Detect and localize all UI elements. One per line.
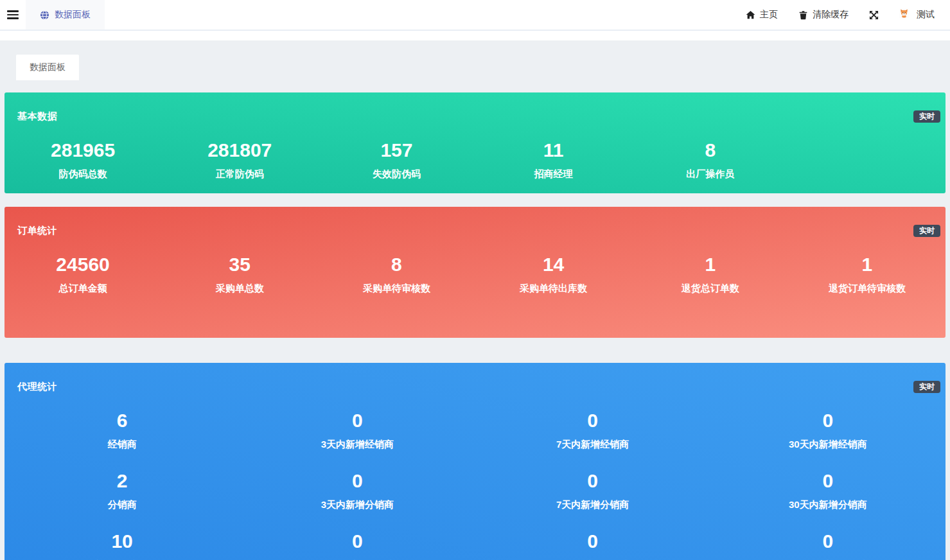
panel-basic-data: 基本数据 实时 281965 防伪码总数 281807 正常防伪码 157 失效… xyxy=(4,92,946,193)
realtime-badge: 实时 xyxy=(913,225,940,237)
realtime-badge: 实时 xyxy=(913,110,940,123)
stat-label: 3天内新增经销商 xyxy=(240,439,475,451)
stat-value: 0 xyxy=(710,471,946,491)
stat-label: 采购单待出库数 xyxy=(475,283,632,295)
agent-row-distributors: 2 分销商 0 3天内新增分销商 0 7天内新增分销商 0 30天内新增分销商 xyxy=(4,471,946,511)
user-menu[interactable]: 测试 xyxy=(899,8,935,21)
stat-return-orders-total: 1 退货总订单数 xyxy=(632,255,789,295)
stat-value: 0 xyxy=(475,471,710,491)
stat-value: 0 xyxy=(475,411,710,430)
user-name-label: 测试 xyxy=(917,9,935,21)
panel-agent-stats: 代理统计 实时 6 经销商 0 3天内新增经销商 0 7天内新增经销商 xyxy=(4,363,946,560)
content-tabbar: 数据面板 xyxy=(4,40,946,80)
stat-value: 1 xyxy=(789,255,946,274)
stat-value: 0 xyxy=(710,411,946,430)
stat-label: 3天内新增分销商 xyxy=(240,499,475,511)
topbar-tab-label: 数据面板 xyxy=(55,9,91,21)
stat-distributors: 2 分销商 xyxy=(4,471,240,511)
stat-value: 14 xyxy=(475,255,632,274)
stat-value: 10 xyxy=(4,532,240,551)
stat-purchase-orders-total: 35 采购单总数 xyxy=(161,255,318,295)
hamburger-icon xyxy=(7,10,19,12)
stat-value: 24560 xyxy=(4,255,161,274)
stat-label: 总订单金额 xyxy=(4,283,161,295)
hamburger-icon xyxy=(7,17,19,19)
stat-factory-operators: 8 出厂操作员 xyxy=(632,141,789,180)
stat-label: 采购单总数 xyxy=(161,283,318,295)
home-button[interactable]: 主页 xyxy=(746,9,778,21)
realtime-badge: 实时 xyxy=(913,381,940,393)
stat-value: 2 xyxy=(4,471,240,491)
stat-label: 30天内新增分销商 xyxy=(710,499,946,511)
stat-return-orders-pending-review: 1 退货订单待审核数 xyxy=(789,255,946,295)
content-area: 数据面板 基本数据 实时 281965 防伪码总数 281807 正常防伪码 1… xyxy=(0,40,950,560)
clear-cache-button[interactable]: 清除缓存 xyxy=(798,9,849,21)
clear-cache-label: 清除缓存 xyxy=(813,9,849,21)
hamburger-icon xyxy=(7,14,19,16)
stat-official-stores-new-3d: 0 3天内新增官方认证门店 xyxy=(240,532,475,560)
stat-label: 失效防伪码 xyxy=(318,168,475,180)
panel-title: 订单统计 xyxy=(17,225,57,237)
stat-dealers-new-7d: 0 7天内新增经销商 xyxy=(475,411,710,451)
stat-value: 0 xyxy=(710,532,946,551)
home-label: 主页 xyxy=(760,9,778,21)
basic-stats-row: 281965 防伪码总数 281807 正常防伪码 157 失效防伪码 11 招… xyxy=(4,92,946,180)
dashboard-panels: 基本数据 实时 281965 防伪码总数 281807 正常防伪码 157 失效… xyxy=(4,80,946,560)
stat-dealers-new-3d: 0 3天内新增经销商 xyxy=(240,411,475,451)
stat-value: 281965 xyxy=(4,141,161,160)
stat-official-stores-new-7d: 0 7天内新增官方认证门店 xyxy=(475,532,710,560)
stat-value: 0 xyxy=(240,532,475,551)
stat-dealers-new-30d: 0 30天内新增经销商 xyxy=(710,411,946,451)
stat-value: 281807 xyxy=(161,141,318,160)
fox-avatar-icon xyxy=(899,8,909,18)
user-avatar xyxy=(899,8,912,21)
stat-value: 0 xyxy=(475,532,710,551)
stat-distributors-new-7d: 0 7天内新增分销商 xyxy=(475,471,710,511)
globe-icon xyxy=(40,10,49,20)
stat-label: 退货订单待审核数 xyxy=(789,283,946,295)
stat-label: 出厂操作员 xyxy=(632,168,789,180)
stat-distributors-new-30d: 0 30天内新增分销商 xyxy=(710,471,946,511)
stat-value: 35 xyxy=(161,255,318,274)
expand-arrows-icon xyxy=(869,10,879,20)
stat-label: 7天内新增分销商 xyxy=(475,499,710,511)
stat-label: 7天内新增经销商 xyxy=(475,439,710,451)
stat-official-stores-new-30d: 0 30天内新增官方认证门店 xyxy=(710,532,946,560)
stat-distributors-new-3d: 0 3天内新增分销商 xyxy=(240,471,475,511)
tab-dashboard[interactable]: 数据面板 xyxy=(16,55,79,80)
stat-value: 8 xyxy=(318,255,475,274)
stat-value: 157 xyxy=(318,141,475,160)
stat-merchant-managers: 11 招商经理 xyxy=(475,141,632,180)
stat-value: 6 xyxy=(4,411,240,430)
stat-value: 8 xyxy=(632,141,789,160)
stat-official-stores: 10 官方认证门店 xyxy=(4,532,240,560)
agent-row-official-stores: 10 官方认证门店 0 3天内新增官方认证门店 0 7天内新增官方认证门店 0 … xyxy=(4,532,946,560)
home-icon xyxy=(746,10,755,20)
topbar-tab-dashboard[interactable]: 数据面板 xyxy=(26,0,105,30)
stat-label: 正常防伪码 xyxy=(161,168,318,180)
stat-anti-fake-invalid: 157 失效防伪码 xyxy=(318,141,475,180)
panel-title: 代理统计 xyxy=(17,381,57,393)
stat-anti-fake-normal: 281807 正常防伪码 xyxy=(161,141,318,180)
stat-label: 分销商 xyxy=(4,499,240,511)
stat-value: 0 xyxy=(240,471,475,491)
stat-label: 防伪码总数 xyxy=(4,168,161,180)
fullscreen-button[interactable] xyxy=(869,10,879,20)
stat-anti-fake-total: 281965 防伪码总数 xyxy=(4,141,161,180)
stat-value: 1 xyxy=(632,255,789,274)
order-stats-row: 24560 总订单金额 35 采购单总数 8 采购单待审核数 14 采购单待出库… xyxy=(4,207,946,295)
panel-order-stats: 订单统计 实时 24560 总订单金额 35 采购单总数 8 采购单待审核数 1… xyxy=(4,207,946,338)
panel-title: 基本数据 xyxy=(17,110,57,123)
stat-value: 0 xyxy=(240,411,475,430)
stat-label: 招商经理 xyxy=(475,168,632,180)
agent-row-dealers: 6 经销商 0 3天内新增经销商 0 7天内新增经销商 0 30天内新增经销商 xyxy=(4,411,946,451)
stat-dealers: 6 经销商 xyxy=(4,411,240,451)
stat-purchase-orders-pending-review: 8 采购单待审核数 xyxy=(318,255,475,295)
stat-purchase-orders-pending-outbound: 14 采购单待出库数 xyxy=(475,255,632,295)
stat-order-amount-total: 24560 总订单金额 xyxy=(4,255,161,295)
stat-value: 11 xyxy=(475,141,632,160)
stat-label: 采购单待审核数 xyxy=(318,283,475,295)
stat-label: 退货总订单数 xyxy=(632,283,789,295)
trash-icon xyxy=(798,10,808,20)
sidebar-toggle-button[interactable] xyxy=(0,0,26,30)
